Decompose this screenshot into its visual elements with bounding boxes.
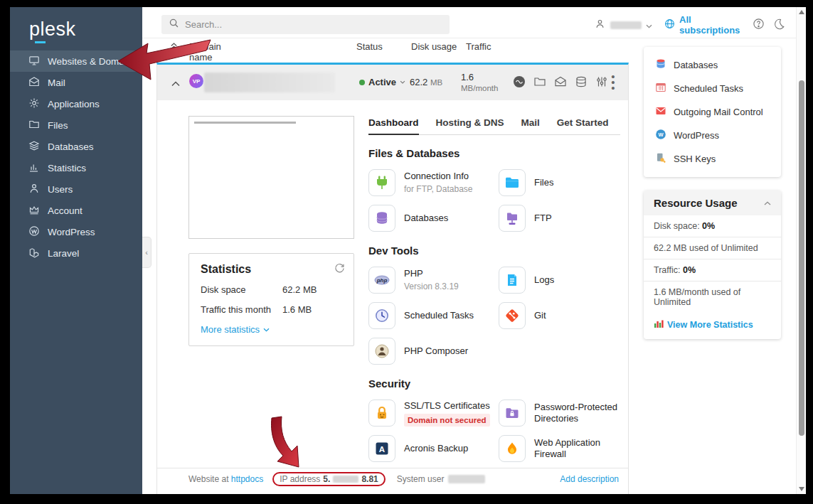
tab-dashboard[interactable]: Dashboard [368,117,419,135]
site-preview-thumbnail[interactable] [188,116,354,239]
gear-icon [28,97,40,111]
user-account-icon [595,18,605,32]
disk-usage-value: 62.2 MB [410,77,442,87]
tile-ssl-certificates[interactable]: SSL/TLS CertificatesDomain not secured [368,399,499,427]
plesk-logo: plesk [10,7,142,43]
ssl-lock-icon [368,400,395,427]
sidebar-item-laravel[interactable]: Laravel [10,242,142,264]
refresh-icon[interactable] [334,263,345,277]
sidebar: plesk Websites & Domains Mail Applicatio… [10,7,142,494]
resource-traffic-percent: Traffic: 0% [644,259,781,281]
sidebar-item-applications[interactable]: Applications [10,93,142,114]
svg-text:php: php [376,277,388,284]
shortcut-scheduled-tasks[interactable]: Scheduled Tasks [644,77,781,100]
view-more-statistics-link[interactable]: View More Statistics [667,320,753,330]
scrollbar-thumb[interactable] [799,80,804,436]
tile-php-composer[interactable]: PHP Composer [368,337,499,365]
ip-address-highlight: IP address 5. 8.81 [272,472,386,486]
sidebar-item-label: Account [48,205,83,216]
httpdocs-link[interactable]: httpdocs [231,474,263,484]
resource-disk-used: 62.2 MB used of Unlimited [644,237,781,259]
tile-php[interactable]: php PHPVersion 8.3.19 [368,266,499,294]
tile-web-application-firewall[interactable]: Web Application Firewall [499,434,620,463]
plesk-window: plesk Websites & Domains Mail Applicatio… [10,7,806,494]
scroll-down-arrow[interactable] [799,487,804,491]
all-subscriptions-link[interactable]: All subscriptions [679,14,743,36]
stat-row-traffic: Traffic this month 1.6 MB [201,304,342,315]
sidebar-item-mail[interactable]: Mail [10,72,142,93]
tile-git[interactable]: Git [499,301,620,330]
sidebar-item-databases[interactable]: Databases [10,136,142,157]
monitor-icon [28,55,40,68]
scroll-up-arrow[interactable] [799,10,804,14]
log-file-icon [499,267,526,294]
statistics-title: Statistics [201,263,342,276]
sidebar-item-label: Files [48,120,68,131]
chevron-down-icon[interactable] [646,18,652,31]
tile-password-protected-directories[interactable]: Password-Protected Directories [499,399,620,427]
sidebar-collapse-handle[interactable]: ‹ [142,237,152,268]
more-statistics-link[interactable]: More statistics [201,324,260,335]
resource-disk-percent: Disk space: 0% [644,215,781,237]
tile-scheduled-tasks[interactable]: Scheduled Tasks [368,301,499,330]
collapse-all-icon[interactable] [169,41,179,53]
tile-ftp[interactable]: FTP [499,204,620,232]
traffic-value: 1.6MB/month [461,72,498,94]
topbar-divider [142,38,796,38]
ip-suffix: 8.81 [361,474,378,484]
search-bar [161,15,450,34]
sidebar-item-wordpress[interactable]: WordPress [10,221,142,242]
section-dev-tools: Dev Tools [368,245,620,257]
firewall-flame-icon [499,435,526,462]
tile-acronis-backup[interactable]: A Acronis Backup [368,434,499,463]
mail-icon[interactable] [554,75,567,88]
dark-mode-moon-icon[interactable] [773,18,785,33]
sidebar-item-statistics[interactable]: Statistics [10,157,142,178]
tile-files[interactable]: Files [499,168,620,197]
ftp-folder-icon [499,205,526,232]
purple-database-icon [368,205,395,232]
tile-connection-info[interactable]: Connection Infofor FTP, Database [368,168,499,197]
shortcut-outgoing-mail-control[interactable]: Outgoing Mail Control [644,100,781,124]
shortcut-wordpress[interactable]: W WordPress [644,124,781,147]
shortcut-databases[interactable]: Databases [644,53,781,77]
tile-logs[interactable]: Logs [499,266,620,294]
sidebar-item-users[interactable]: Users [10,178,142,200]
tab-hosting-dns[interactable]: Hosting & DNS [436,117,504,134]
column-traffic[interactable]: Traffic [466,41,491,52]
sidebar-item-label: Mail [48,77,65,88]
column-disk-usage[interactable]: Disk usage [411,41,457,52]
system-user-label: System user [397,474,445,484]
add-description-link[interactable]: Add description [560,474,619,484]
database-color-icon [655,58,666,72]
redacted-username[interactable] [610,21,642,29]
shortcut-ssh-keys[interactable]: SSH Keys [644,147,781,171]
vertical-scrollbar[interactable] [796,7,806,494]
calendar-icon [655,82,666,95]
file-manager-icon[interactable] [533,75,546,88]
help-icon[interactable] [753,18,765,33]
sidebar-item-account[interactable]: Account [10,200,142,221]
redacted-preview-text [194,122,296,124]
site-preview-icon[interactable] [513,75,526,88]
collapse-row-icon[interactable] [171,77,180,90]
search-input[interactable] [185,19,427,30]
tile-databases[interactable]: Databases [368,204,499,232]
status-badge[interactable]: Active [359,77,405,87]
database-icon[interactable] [575,75,588,88]
kebab-menu-icon[interactable]: ••• [610,74,617,91]
redacted-domain-name[interactable] [204,73,335,92]
resource-usage-header[interactable]: Resource Usage [644,191,781,215]
sidebar-item-label: Laravel [48,248,79,259]
tab-mail[interactable]: Mail [521,117,540,134]
column-status[interactable]: Status [356,41,383,52]
tab-get-started[interactable]: Get Started [557,117,609,134]
settings-sliders-icon[interactable] [595,75,608,88]
ssh-key-icon [655,152,666,166]
redacted-system-user [448,475,485,483]
sidebar-item-label: Statistics [48,163,86,173]
ip-prefix: 5. [323,474,330,484]
envelope-icon [28,76,40,90]
sidebar-item-websites-domains[interactable]: Websites & Domains [10,50,142,72]
sidebar-item-files[interactable]: Files [10,114,142,136]
